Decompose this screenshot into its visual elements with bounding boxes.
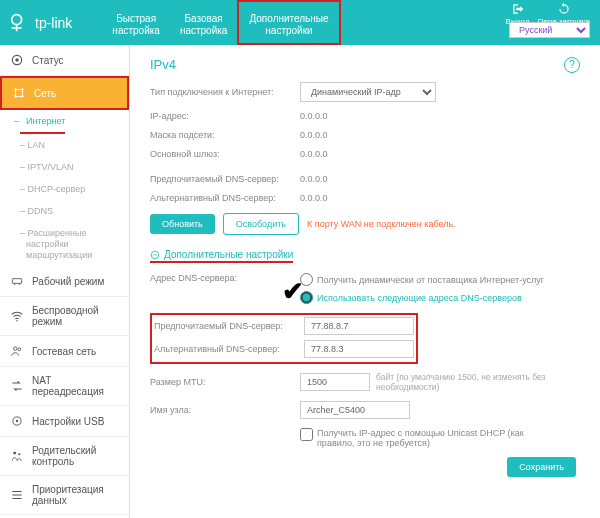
tab-basic[interactable]: Базовая настройка — [170, 0, 238, 45]
tab-quick-setup[interactable]: Быстрая настройка — [102, 0, 170, 45]
guest-icon — [10, 344, 24, 358]
sidebar-item-wireless[interactable]: Беспроводной режим — [0, 297, 129, 336]
opmode-icon — [10, 274, 24, 288]
sidebar-item-nat[interactable]: NAT переадресация — [0, 367, 129, 406]
help-icon[interactable]: ? — [564, 57, 580, 73]
sidebar-item-status[interactable]: Статус — [0, 45, 129, 76]
radio-dns-manual[interactable]: Использовать следующие адреса DNS-сервер… — [300, 291, 544, 304]
sidebar: Статус Сеть Интернет – LAN – IPTV/VLAN –… — [0, 45, 130, 518]
svg-point-15 — [151, 251, 159, 259]
gw-label: Основной шлюз: — [150, 149, 300, 159]
header: tp-link Быстрая настройка Базовая настро… — [0, 0, 600, 45]
sidebar-sub-lan[interactable]: – LAN — [0, 134, 129, 156]
conn-type-select[interactable]: Динамический IP-адр — [300, 82, 436, 102]
svg-point-1 — [15, 58, 19, 62]
svg-point-0 — [12, 14, 22, 24]
mask-value: 0.0.0.0 — [300, 130, 328, 140]
collapse-icon — [150, 250, 160, 260]
mtu-input[interactable] — [300, 373, 370, 391]
host-input[interactable] — [300, 401, 410, 419]
dns1-value: 0.0.0.0 — [300, 174, 328, 184]
sidebar-sub-dhcp[interactable]: – DHCP-сервер — [0, 178, 129, 200]
svg-point-9 — [14, 347, 18, 351]
unicast-checkbox[interactable]: Получить IP-адрес с помощью Unicast DHCP… — [300, 428, 560, 448]
mask-label: Маска подсети: — [150, 130, 300, 140]
host-label: Имя узла: — [150, 405, 300, 415]
advanced-toggle[interactable]: Дополнительные настройки — [150, 249, 293, 263]
brand-logo: tp-link — [10, 13, 72, 33]
tplink-icon — [10, 13, 30, 33]
mtu-hint: байт (по умолчанию 1500, не изменять без… — [376, 372, 546, 392]
parental-icon — [10, 449, 24, 463]
sidebar-sub-ddns[interactable]: – DDNS — [0, 200, 129, 222]
dns2-label: Альтернативный DNS-сервер: — [150, 193, 300, 203]
dns2-value: 0.0.0.0 — [300, 193, 328, 203]
dns1-label: Предпочитаемый DNS-сервер: — [150, 174, 300, 184]
wifi-icon — [10, 309, 24, 323]
release-button[interactable]: Освободить — [223, 213, 299, 235]
sidebar-item-usb[interactable]: Настройки USB — [0, 406, 129, 437]
pref-dns-input[interactable] — [304, 317, 414, 335]
brand-text: tp-link — [35, 15, 72, 31]
sidebar-sub-internet[interactable]: Интернет — [20, 110, 65, 134]
save-button[interactable]: Сохранить — [507, 457, 576, 477]
gw-value: 0.0.0.0 — [300, 149, 328, 159]
alt-dns-input[interactable] — [304, 340, 414, 358]
sidebar-item-network[interactable]: Сеть — [0, 76, 129, 110]
svg-point-13 — [13, 452, 16, 455]
dns-addr-label: Адрес DNS-сервера: — [150, 273, 300, 283]
main-content: ? IPv4 Тип подключения к Интернет: Динам… — [130, 45, 600, 518]
nat-icon — [10, 379, 24, 393]
sidebar-item-qos[interactable]: Приоритезация данных — [0, 476, 129, 515]
unicast-check[interactable] — [300, 428, 313, 441]
tab-advanced[interactable]: Дополнительные настройки — [237, 0, 340, 45]
qos-icon — [10, 488, 24, 502]
radio-dns-auto[interactable]: Получить динамически от поставщика Интер… — [300, 273, 544, 286]
top-tabs: Быстрая настройка Базовая настройка Допо… — [102, 0, 340, 45]
svg-point-8 — [16, 320, 17, 321]
wan-warning: К порту WAN не подключен кабель. — [307, 219, 456, 229]
language-dropdown[interactable]: Русский — [509, 22, 590, 38]
section-title: IPv4 — [150, 57, 580, 72]
sidebar-sub-routing[interactable]: – Расширенные настройки маршрутизации — [0, 222, 129, 266]
checkmark-annotation: ✔ — [282, 276, 304, 307]
sidebar-item-parental[interactable]: Родительский контроль — [0, 437, 129, 476]
update-button[interactable]: Обновить — [150, 214, 215, 234]
ip-label: IP-адрес: — [150, 111, 300, 121]
language-select[interactable]: Русский — [509, 22, 590, 38]
mtu-label: Размер MTU: — [150, 377, 300, 387]
svg-point-10 — [18, 348, 21, 351]
svg-point-14 — [18, 454, 20, 456]
sidebar-item-opmode[interactable]: Рабочий режим — [0, 266, 129, 297]
pref-dns-label: Предпочитаемый DNS-сервер: — [154, 321, 304, 331]
svg-point-11 — [16, 420, 18, 422]
ip-value: 0.0.0.0 — [300, 111, 328, 121]
alt-dns-label: Альтернативный DNS-сервер: — [154, 344, 304, 354]
reload-icon — [557, 2, 571, 16]
usb-icon — [10, 414, 24, 428]
network-icon — [12, 86, 26, 100]
sidebar-item-guest[interactable]: Гостевая сеть — [0, 336, 129, 367]
conn-type-label: Тип подключения к Интернет: — [150, 87, 300, 97]
status-icon — [10, 53, 24, 67]
svg-rect-7 — [12, 279, 21, 284]
logout-icon — [511, 2, 525, 16]
sidebar-sub-iptv[interactable]: – IPTV/VLAN — [0, 156, 129, 178]
